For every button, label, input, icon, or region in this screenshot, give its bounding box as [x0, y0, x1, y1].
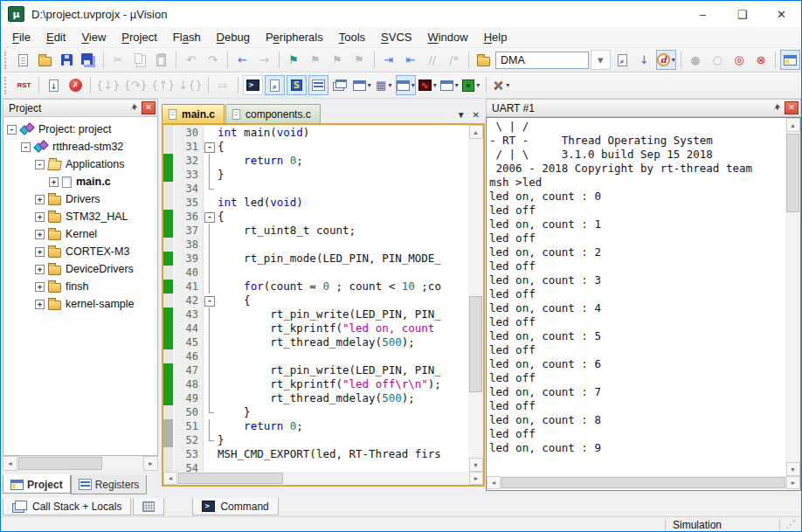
insert-bookmark-button[interactable]: ⚑ — [284, 50, 304, 70]
new-file-button[interactable] — [13, 50, 33, 70]
show-next-statement-button[interactable]: ↓ — [44, 75, 64, 95]
search-input[interactable]: DMA — [501, 54, 525, 66]
scroll-thumb[interactable] — [178, 473, 283, 484]
memory-windows-button[interactable]: ▦▾ — [374, 75, 394, 95]
toolbar-grip[interactable] — [4, 52, 9, 69]
tree-item-kernel[interactable]: +Kernel — [3, 225, 157, 243]
close-panel-button[interactable]: ✕ — [785, 101, 799, 114]
menu-debug[interactable]: Debug — [209, 28, 258, 46]
menu-file[interactable]: File — [4, 28, 38, 46]
expand-toggle[interactable]: + — [49, 177, 59, 187]
expand-toggle[interactable]: + — [35, 212, 45, 222]
symbol-window-button[interactable]: S — [287, 75, 307, 95]
toolbar-grip[interactable] — [4, 77, 10, 94]
incremental-find-button[interactable]: ↓ — [634, 50, 654, 70]
scroll-left-arrow[interactable]: ◄ — [3, 456, 17, 471]
stop-button[interactable]: ✗ — [66, 75, 86, 95]
tree-item-applications[interactable]: -Applications — [3, 155, 157, 173]
maximize-button[interactable]: ❑ — [722, 1, 762, 27]
menu-flash[interactable]: Flash — [165, 28, 209, 46]
file-tab-main-c[interactable]: main.c — [162, 104, 225, 123]
menu-view[interactable]: View — [73, 28, 114, 46]
serial-window-button[interactable] — [308, 75, 328, 95]
menu-window[interactable]: Window — [419, 28, 475, 46]
find-in-files-button[interactable] — [474, 50, 494, 70]
editor-vertical-scrollbar[interactable]: ▲ ▼ — [468, 125, 483, 472]
expand-toggle[interactable]: + — [35, 300, 45, 309]
configure-windows-button[interactable] — [780, 50, 800, 70]
uart-vertical-scrollbar[interactable]: ▲ ▼ — [785, 118, 800, 476]
tree-item-drivers[interactable]: +Drivers — [3, 190, 157, 208]
scroll-thumb[interactable] — [18, 457, 102, 470]
tree-item-project-project[interactable]: -Project: project — [3, 121, 157, 138]
close-document-button[interactable]: ✕ — [473, 110, 480, 120]
menu-help[interactable]: Help — [476, 28, 515, 46]
kill-all-breakpoints-button[interactable]: ⊗ — [750, 50, 771, 70]
scroll-left-arrow[interactable]: ◄ — [163, 472, 177, 485]
disassembly-window-button[interactable]: ⌕ — [265, 75, 285, 95]
memory-window-tab[interactable] — [133, 498, 164, 515]
scroll-right-arrow[interactable]: ► — [469, 472, 483, 485]
collapse-toggle[interactable]: - — [7, 125, 17, 135]
tree-item-finsh[interactable]: +finsh — [3, 278, 157, 295]
call-stack-tab[interactable]: Call Stack + Locals — [3, 498, 131, 515]
minimize-button[interactable]: – — [683, 1, 722, 27]
scroll-up-arrow[interactable]: ▲ — [469, 125, 483, 139]
panel-tab-project[interactable]: Project — [3, 474, 71, 494]
fold-marker[interactable] — [203, 294, 214, 307]
tree-item-main-c[interactable]: +main.c — [3, 173, 157, 190]
serial-windows-button[interactable]: ▾ — [396, 75, 416, 95]
tree-item-kernel-sample[interactable]: +kernel-sample — [3, 295, 157, 313]
watch-windows-button[interactable]: ▾ — [352, 75, 372, 95]
menu-svcs[interactable]: SVCS — [373, 28, 419, 46]
close-panel-button[interactable]: ✕ — [142, 101, 156, 114]
save-button[interactable] — [57, 50, 77, 70]
scroll-thumb[interactable] — [501, 477, 785, 488]
collapse-toggle[interactable]: - — [35, 160, 45, 169]
scroll-thumb[interactable] — [786, 134, 799, 212]
menu-peripherals[interactable]: Peripherals — [258, 28, 331, 46]
project-horizontal-scrollbar[interactable]: ◄ ► — [3, 456, 158, 471]
tree-item-devicedrivers[interactable]: +DeviceDrivers — [3, 260, 157, 278]
scroll-down-arrow[interactable]: ▼ — [786, 462, 800, 476]
menu-project[interactable]: Project — [114, 28, 164, 46]
editor-horizontal-scrollbar[interactable]: ◄ ► — [163, 472, 483, 485]
uart-output[interactable]: \ | / - RT - Thread Operating System / |… — [487, 118, 785, 476]
pin-icon[interactable] — [126, 101, 140, 114]
code-editor[interactable]: 30int main(void)31{32 return 0;33}3435in… — [163, 125, 468, 472]
scroll-thumb[interactable] — [469, 296, 482, 392]
command-tab[interactable]: > Command — [192, 498, 278, 515]
find-all-button[interactable]: d▾ — [656, 50, 676, 70]
fold-marker[interactable] — [203, 210, 214, 224]
command-window-button[interactable]: > — [243, 75, 263, 95]
expand-toggle[interactable]: + — [35, 230, 45, 239]
disable-all-breakpoints-button[interactable]: ◎ — [729, 50, 749, 70]
menu-tools[interactable]: Tools — [331, 28, 373, 46]
fold-marker[interactable] — [203, 140, 214, 154]
toolbox-button[interactable]: ▾ — [461, 75, 481, 95]
logic-analyzer-button[interactable]: ∿▾ — [418, 75, 438, 95]
expand-toggle[interactable]: + — [35, 265, 45, 274]
unindent-button[interactable]: ⇤ — [400, 50, 420, 70]
resize-grip[interactable]: ⋰ — [780, 519, 801, 530]
tree-item-rtthread-stm32[interactable]: -rtthread-stm32 — [3, 138, 157, 155]
expand-toggle[interactable]: + — [35, 282, 45, 292]
save-all-button[interactable] — [79, 50, 99, 70]
find-in-files-doc-button[interactable]: ⌕ — [612, 50, 633, 70]
tree-item-cortex-m3[interactable]: +CORTEX-M3 — [3, 243, 157, 260]
search-dropdown-button[interactable]: ▾ — [591, 50, 611, 70]
pin-icon[interactable] — [769, 101, 783, 114]
reset-button[interactable]: RST — [14, 75, 34, 95]
project-tree[interactable]: -Project: project-rtthread-stm32-Applica… — [3, 117, 158, 456]
menu-edit[interactable]: Edit — [38, 28, 73, 46]
collapse-toggle[interactable]: - — [21, 142, 31, 152]
close-button[interactable]: ✕ — [762, 1, 801, 27]
indent-button[interactable]: ⇥ — [378, 50, 398, 70]
panel-tab-registers[interactable]: Registers — [71, 475, 148, 494]
scroll-right-arrow[interactable]: ► — [786, 476, 800, 489]
document-list-button[interactable]: ▼ — [457, 110, 466, 120]
file-tab-components-c[interactable]: components.c — [225, 104, 321, 123]
search-combo[interactable]: DMA — [495, 52, 589, 69]
expand-toggle[interactable]: + — [35, 247, 45, 257]
scroll-down-arrow[interactable]: ▼ — [469, 458, 483, 472]
